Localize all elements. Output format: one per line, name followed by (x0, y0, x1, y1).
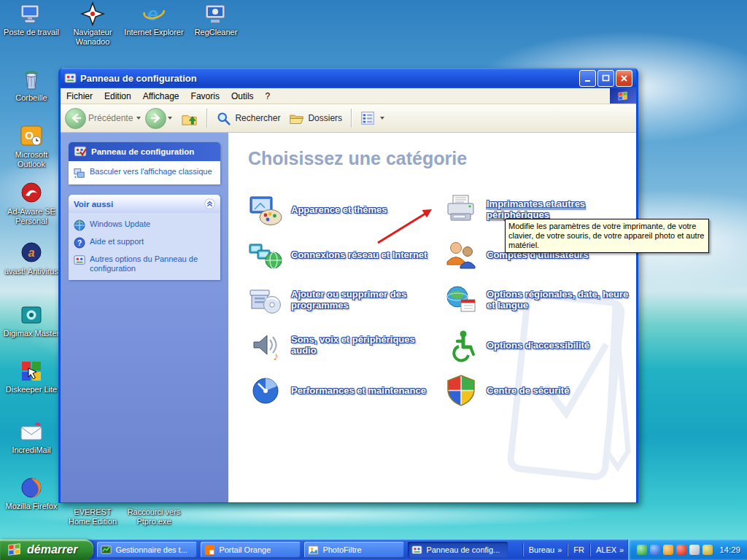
desktop-icon-label: avast! Antivirus (1, 267, 61, 276)
taskbar-task-photofiltre[interactable]: PhotoFiltre (304, 542, 404, 558)
tray-icon-2[interactable] (650, 545, 660, 555)
category-label: Options régionales, date, heure et langu… (487, 289, 629, 311)
help-support-link[interactable]: ? Aide et support (74, 237, 215, 249)
views-button[interactable] (356, 109, 393, 128)
desktop-icon-adaware[interactable]: Ad-Aware SE Personal (1, 181, 61, 226)
desktop-icon-label: EVEREST Home Edition (63, 508, 123, 526)
category-sounds[interactable]: ♪ Sons, voix et périphériques audio (248, 327, 444, 362)
desktop-icon-mozilla-firefox[interactable]: Mozilla Firefox (1, 475, 61, 511)
taskbar-task-gestionnaire[interactable]: Gestionnaire des t... (97, 542, 197, 558)
photofiltre-icon (308, 545, 319, 556)
printers-icon (444, 192, 479, 227)
switch-classic-view-label: Basculer vers l'affichage classique (90, 167, 212, 176)
volume-icon[interactable] (703, 545, 713, 555)
system-tray: 14:29 (627, 540, 747, 560)
task-label: Portail Orange (219, 545, 271, 554)
menu-aide[interactable]: ? (260, 90, 276, 103)
up-button[interactable] (177, 108, 202, 129)
see-also-pane-body: Windows Update ? Aide et support Autres … (69, 213, 220, 280)
category-label: Centre de sécurité (487, 385, 569, 396)
desktop-icon-navigateur-wanadoo[interactable]: Navigateur Wanadoo (63, 1, 123, 47)
other-options-label: Autres options du Panneau de configurati… (90, 254, 215, 273)
desktop-icon-internet-explorer[interactable]: e Internet Explorer (124, 1, 184, 37)
see-also-pane-header[interactable]: Voir aussi (69, 195, 220, 213)
back-button[interactable] (65, 108, 86, 129)
user-accounts-icon (444, 237, 479, 272)
desktop-icon-poste-de-travail[interactable]: Poste de travail (1, 1, 61, 37)
desktop-icon-label: Corbeille (1, 93, 61, 103)
window-title: Panneau de configuration (80, 73, 578, 84)
folder-up-icon (181, 110, 198, 127)
recycle-bin-icon (19, 67, 44, 92)
taskbar-task-panneau-de-configuration[interactable]: Panneau de config... (408, 542, 508, 558)
titlebar[interactable]: Panneau de configuration (61, 68, 636, 88)
chevron-icon[interactable]: » (557, 545, 562, 554)
tray-icon-3[interactable] (663, 545, 673, 555)
start-button-label: démarrer (27, 543, 77, 556)
category-regional-options[interactable]: Options régionales, date, heure et langu… (444, 282, 635, 317)
tray-icon-4[interactable] (676, 545, 686, 555)
minimize-button[interactable] (579, 70, 596, 87)
taskbar-right: Bureau » FR ALEX » 14:29 (521, 540, 747, 560)
clock[interactable]: 14:29 (719, 545, 740, 554)
tray-icon-5[interactable] (689, 545, 700, 555)
desktop-icon-digimax[interactable]: Digimax Master (1, 303, 61, 338)
menu-outils[interactable]: Outils (225, 90, 260, 103)
category-add-remove-programs[interactable]: Ajouter ou supprimer des programmes (248, 282, 444, 317)
taskbar-task-portail-orange[interactable]: Portail Orange (201, 542, 301, 558)
chevron-icon[interactable]: » (619, 545, 624, 554)
folders-icon (289, 111, 304, 126)
desktop-icon-label: Internet Explorer (124, 28, 184, 37)
window-content: Panneau de configuration Basculer vers l… (61, 133, 636, 502)
menu-edition[interactable]: Edition (98, 90, 137, 103)
search-button[interactable]: Rechercher (212, 109, 285, 128)
category-network[interactable]: Connexions réseau et Internet (248, 237, 444, 272)
category-label: Connexions réseau et Internet (291, 249, 427, 260)
close-button[interactable] (616, 70, 632, 87)
maximize-button[interactable] (597, 70, 614, 87)
desktop-icon-corbeille[interactable]: Corbeille (1, 67, 61, 103)
menu-favoris[interactable]: Favoris (185, 90, 225, 103)
desktop-icon-diskeeper[interactable]: Diskeeper Lite (1, 359, 61, 394)
desktop-icon-regcleaner[interactable]: RegCleaner (186, 1, 246, 37)
collapse-chevron-icon[interactable] (204, 198, 215, 209)
desktop-icon-microsoft-outlook[interactable]: O Microsoft Outlook (1, 124, 61, 169)
windows-update-link[interactable]: Windows Update (74, 219, 215, 231)
desktop-icon-incredimail[interactable]: IncrediMail (1, 419, 61, 455)
control-panel-category-icon (74, 145, 87, 158)
tray-icon-1[interactable] (637, 545, 647, 555)
control-panel-icon (64, 72, 77, 85)
windows-logo-icon (610, 88, 636, 104)
adaware-icon (19, 181, 44, 206)
start-button[interactable]: démarrer (0, 540, 93, 560)
back-dropdown-caret-icon[interactable] (136, 117, 141, 120)
category-performance[interactable]: Performances et maintenance (248, 373, 444, 408)
search-button-label: Rechercher (235, 113, 280, 123)
category-accessibility[interactable]: Options d'accessibilité (444, 327, 635, 362)
language-label: FR (573, 545, 584, 554)
category-label: Options d'accessibilité (487, 340, 589, 351)
forward-button[interactable] (145, 108, 166, 129)
svg-text:e: e (147, 3, 158, 25)
forward-dropdown-caret-icon[interactable] (168, 117, 172, 120)
views-dropdown-caret-icon[interactable] (380, 117, 384, 120)
accessibility-icon (444, 327, 479, 362)
switch-classic-view-link[interactable]: Basculer vers l'affichage classique (74, 167, 215, 179)
other-options-link[interactable]: Autres options du Panneau de configurati… (74, 254, 215, 273)
category-label: Sons, voix et périphériques audio (291, 334, 433, 356)
desktop-icon-label: IncrediMail (1, 446, 61, 455)
back-button-label: Précédente (88, 113, 133, 123)
desktop-icon-label: Digimax Master (1, 329, 61, 338)
control-panel-pane: Panneau de configuration Basculer vers l… (69, 142, 220, 184)
menu-affichage[interactable]: Affichage (137, 90, 185, 103)
alex-toolbar[interactable]: ALEX » (592, 545, 627, 554)
folders-button[interactable]: Dossiers (285, 109, 347, 128)
language-indicator[interactable]: FR (570, 545, 588, 554)
desktop-icon-avast[interactable]: a avast! Antivirus (1, 241, 61, 276)
bureau-toolbar[interactable]: Bureau » (525, 545, 566, 554)
menu-fichier[interactable]: Fichier (61, 90, 98, 103)
task-label: PhotoFiltre (322, 545, 361, 554)
category-appearance[interactable]: Apparence et thèmes (248, 192, 444, 227)
desktop-icon-label: Raccourci vers Ptpro.exe (124, 508, 184, 526)
category-security-center[interactable]: Centre de sécurité (444, 373, 635, 408)
